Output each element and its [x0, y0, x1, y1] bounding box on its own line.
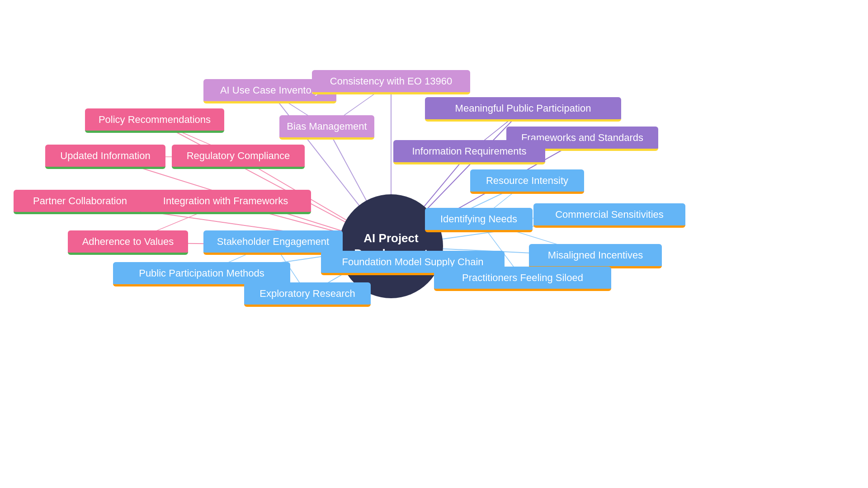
- adherenceValues-node: Adherence to Values: [68, 230, 188, 255]
- misalignedIncentives-node: Misaligned Incentives: [529, 244, 662, 268]
- policyRec-node: Policy Recommendations: [85, 108, 224, 133]
- integrationFrameworks-node: Integration with Frameworks: [140, 190, 311, 214]
- meaningfulPublic-node: Meaningful Public Participation: [425, 97, 621, 122]
- resourceIntensity-node: Resource Intensity: [470, 169, 584, 194]
- consistency-node: Consistency with EO 13960: [312, 70, 470, 94]
- regulatoryCompliance-node: Regulatory Compliance: [172, 145, 305, 169]
- identifyingNeeds-node: Identifying Needs: [425, 208, 533, 232]
- practitionersSiloed-node: Practitioners Feeling Siloed: [434, 267, 611, 291]
- infoRequirements-node: Information Requirements: [393, 140, 545, 164]
- biasManagement-node: Bias Management: [279, 115, 374, 140]
- updatedInfo-node: Updated Information: [45, 145, 165, 169]
- partnerCollab-node: Partner Collaboration: [14, 190, 146, 214]
- commercialSensitivities-node: Commercial Sensitivities: [533, 203, 685, 228]
- exploratoryResearch-node: Exploratory Research: [244, 282, 371, 307]
